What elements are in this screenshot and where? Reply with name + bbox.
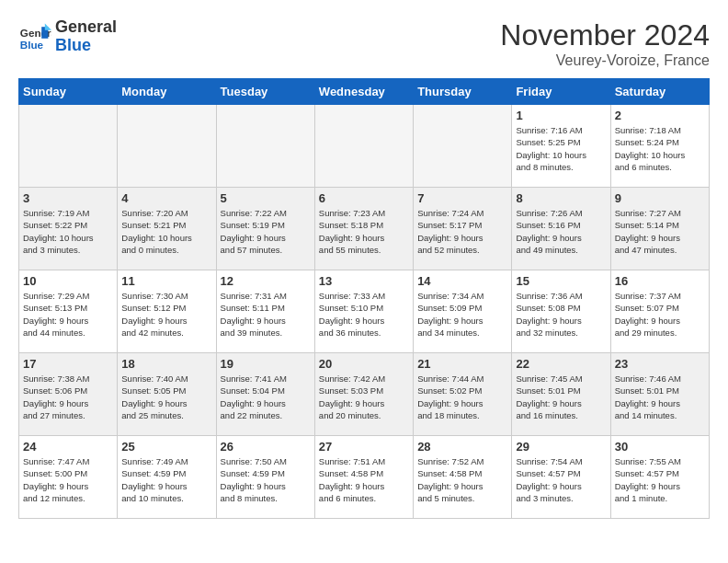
day-info: Sunrise: 7:36 AM Sunset: 5:08 PM Dayligh… [516,290,606,339]
calendar-cell: 14Sunrise: 7:34 AM Sunset: 5:09 PM Dayli… [414,270,512,353]
calendar-cell: 11Sunrise: 7:30 AM Sunset: 5:12 PM Dayli… [118,270,216,353]
day-number: 27 [319,440,409,454]
day-number: 22 [516,357,606,371]
day-info: Sunrise: 7:16 AM Sunset: 5:25 PM Dayligh… [516,124,606,173]
day-info: Sunrise: 7:30 AM Sunset: 5:12 PM Dayligh… [121,290,211,339]
day-number: 9 [615,191,705,205]
weekday-header-friday: Friday [512,79,610,105]
day-info: Sunrise: 7:41 AM Sunset: 5:04 PM Dayligh… [221,373,311,421]
day-info: Sunrise: 7:24 AM Sunset: 5:17 PM Dayligh… [417,207,507,256]
day-number: 2 [615,109,705,122]
day-info: Sunrise: 7:26 AM Sunset: 5:16 PM Dayligh… [516,207,606,256]
day-number: 26 [221,440,311,454]
calendar-cell: 20Sunrise: 7:42 AM Sunset: 5:03 PM Dayli… [314,353,413,436]
calendar-cell: 15Sunrise: 7:36 AM Sunset: 5:08 PM Dayli… [512,270,610,353]
week-row-3: 10Sunrise: 7:29 AM Sunset: 5:13 PM Dayli… [19,270,710,353]
calendar-cell: 30Sunrise: 7:55 AM Sunset: 4:57 PM Dayli… [610,436,709,519]
day-info: Sunrise: 7:40 AM Sunset: 5:05 PM Dayligh… [121,373,211,421]
calendar-cell: 25Sunrise: 7:49 AM Sunset: 4:59 PM Dayli… [118,436,216,519]
day-number: 6 [319,191,409,205]
day-number: 29 [516,440,606,454]
day-number: 16 [615,274,705,288]
week-row-5: 24Sunrise: 7:47 AM Sunset: 5:00 PM Dayli… [19,436,710,519]
week-row-1: 1Sunrise: 7:16 AM Sunset: 5:25 PM Daylig… [19,105,710,188]
day-number: 30 [615,440,705,454]
calendar-cell: 6Sunrise: 7:23 AM Sunset: 5:18 PM Daylig… [314,188,413,270]
day-number: 25 [121,440,211,454]
day-info: Sunrise: 7:49 AM Sunset: 4:59 PM Dayligh… [121,455,211,504]
calendar-cell: 3Sunrise: 7:19 AM Sunset: 5:22 PM Daylig… [19,188,118,270]
calendar-table: SundayMondayTuesdayWednesdayThursdayFrid… [18,78,710,519]
calendar-cell: 26Sunrise: 7:50 AM Sunset: 4:59 PM Dayli… [216,436,314,519]
month-title: November 2024 [500,18,710,52]
weekday-header-monday: Monday [118,79,216,105]
day-number: 17 [23,357,113,371]
weekday-header-wednesday: Wednesday [314,79,413,105]
day-number: 24 [23,440,113,454]
calendar-cell: 24Sunrise: 7:47 AM Sunset: 5:00 PM Dayli… [19,436,118,519]
calendar-cell: 29Sunrise: 7:54 AM Sunset: 4:57 PM Dayli… [512,436,610,519]
calendar-cell [314,105,413,188]
svg-text:Blue: Blue [20,38,44,50]
day-info: Sunrise: 7:27 AM Sunset: 5:14 PM Dayligh… [615,207,705,256]
day-number: 19 [221,357,311,371]
day-info: Sunrise: 7:42 AM Sunset: 5:03 PM Dayligh… [319,373,409,421]
calendar-cell [19,105,118,188]
day-number: 12 [221,274,311,288]
logo-text: General Blue [55,18,117,55]
day-number: 15 [516,274,606,288]
day-number: 20 [319,357,409,371]
day-number: 18 [121,357,211,371]
day-number: 14 [417,274,507,288]
calendar-cell: 27Sunrise: 7:51 AM Sunset: 4:58 PM Dayli… [314,436,413,519]
weekday-header-saturday: Saturday [610,79,709,105]
day-number: 10 [23,274,113,288]
day-number: 5 [221,191,311,205]
week-row-2: 3Sunrise: 7:19 AM Sunset: 5:22 PM Daylig… [19,188,710,270]
day-info: Sunrise: 7:37 AM Sunset: 5:07 PM Dayligh… [615,290,705,339]
location: Veurey-Voroize, France [500,52,710,69]
day-info: Sunrise: 7:33 AM Sunset: 5:10 PM Dayligh… [319,290,409,339]
calendar-cell: 10Sunrise: 7:29 AM Sunset: 5:13 PM Dayli… [19,270,118,353]
day-number: 1 [516,109,606,122]
day-number: 23 [615,357,705,371]
day-info: Sunrise: 7:20 AM Sunset: 5:21 PM Dayligh… [121,207,211,256]
title-area: November 2024 Veurey-Voroize, France [500,18,710,69]
calendar-cell: 18Sunrise: 7:40 AM Sunset: 5:05 PM Dayli… [118,353,216,436]
day-number: 3 [23,191,113,205]
day-number: 13 [319,274,409,288]
day-info: Sunrise: 7:23 AM Sunset: 5:18 PM Dayligh… [319,207,409,256]
calendar-cell: 12Sunrise: 7:31 AM Sunset: 5:11 PM Dayli… [216,270,314,353]
day-info: Sunrise: 7:44 AM Sunset: 5:02 PM Dayligh… [417,373,507,421]
calendar-cell: 9Sunrise: 7:27 AM Sunset: 5:14 PM Daylig… [610,188,709,270]
day-info: Sunrise: 7:54 AM Sunset: 4:57 PM Dayligh… [516,455,606,504]
weekday-header-sunday: Sunday [19,79,118,105]
week-row-4: 17Sunrise: 7:38 AM Sunset: 5:06 PM Dayli… [19,353,710,436]
calendar-cell [414,105,512,188]
day-info: Sunrise: 7:45 AM Sunset: 5:01 PM Dayligh… [516,373,606,421]
day-number: 4 [121,191,211,205]
calendar-cell [118,105,216,188]
logo-icon: General Blue [18,20,51,53]
day-info: Sunrise: 7:51 AM Sunset: 4:58 PM Dayligh… [319,455,409,504]
calendar-cell: 22Sunrise: 7:45 AM Sunset: 5:01 PM Dayli… [512,353,610,436]
calendar-cell: 2Sunrise: 7:18 AM Sunset: 5:24 PM Daylig… [610,105,709,188]
day-info: Sunrise: 7:22 AM Sunset: 5:19 PM Dayligh… [221,207,311,256]
weekday-header-tuesday: Tuesday [216,79,314,105]
weekday-header-row: SundayMondayTuesdayWednesdayThursdayFrid… [19,79,710,105]
calendar-cell: 28Sunrise: 7:52 AM Sunset: 4:58 PM Dayli… [414,436,512,519]
weekday-header-thursday: Thursday [414,79,512,105]
calendar-cell: 1Sunrise: 7:16 AM Sunset: 5:25 PM Daylig… [512,105,610,188]
calendar-cell: 7Sunrise: 7:24 AM Sunset: 5:17 PM Daylig… [414,188,512,270]
day-info: Sunrise: 7:31 AM Sunset: 5:11 PM Dayligh… [221,290,311,339]
calendar-cell [216,105,314,188]
day-info: Sunrise: 7:19 AM Sunset: 5:22 PM Dayligh… [23,207,113,256]
day-number: 21 [417,357,507,371]
day-info: Sunrise: 7:46 AM Sunset: 5:01 PM Dayligh… [615,373,705,421]
day-info: Sunrise: 7:38 AM Sunset: 5:06 PM Dayligh… [23,373,113,421]
calendar-cell: 21Sunrise: 7:44 AM Sunset: 5:02 PM Dayli… [414,353,512,436]
day-number: 28 [417,440,507,454]
day-number: 8 [516,191,606,205]
day-info: Sunrise: 7:18 AM Sunset: 5:24 PM Dayligh… [615,124,705,173]
day-info: Sunrise: 7:50 AM Sunset: 4:59 PM Dayligh… [221,455,311,504]
